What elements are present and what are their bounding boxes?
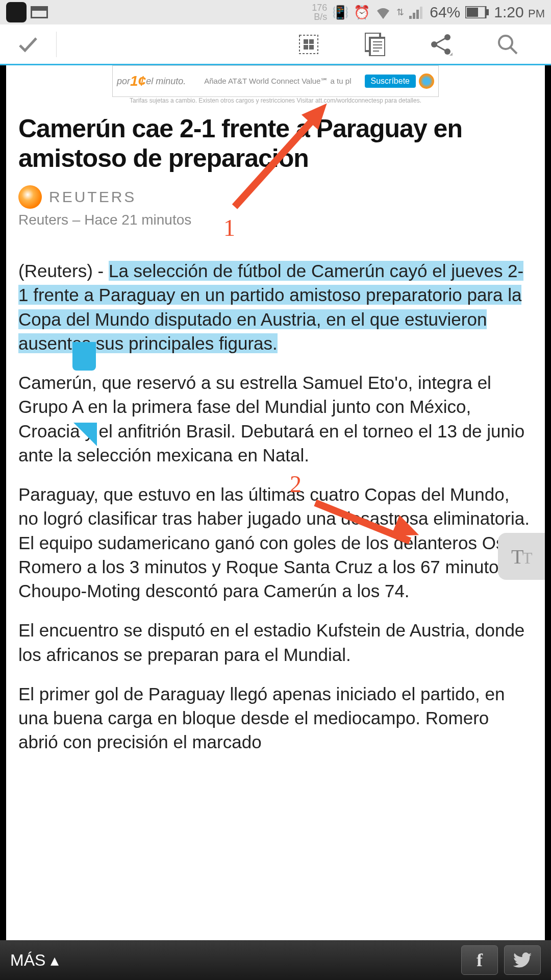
paragraph: El encuentro se disputó en el estadio Ku…	[18, 618, 533, 667]
svg-rect-5	[467, 8, 478, 17]
select-all-button[interactable]	[293, 29, 324, 60]
content-frame: por 1¢ el minuto. Añade AT&T World Conne…	[0, 65, 551, 940]
svg-rect-7	[299, 35, 318, 54]
updown-icon: ⇅	[396, 7, 404, 18]
reuters-logo-icon	[18, 185, 42, 209]
article-page[interactable]: por 1¢ el minuto. Añade AT&T World Conne…	[6, 65, 545, 940]
svg-rect-6	[486, 9, 489, 15]
battery-icon	[465, 6, 489, 18]
twitter-button[interactable]	[504, 945, 541, 975]
ad-disclaimer: Tarifas sujetas a cambio. Existen otros …	[6, 97, 545, 104]
selection-handle-start[interactable]	[72, 347, 96, 371]
svg-rect-11	[309, 45, 314, 50]
signal-icon	[409, 6, 424, 19]
paragraph: Paraguay, que estuvo en las últimas cuat…	[18, 482, 533, 603]
copy-button[interactable]	[360, 29, 390, 60]
share-button[interactable]	[426, 29, 457, 60]
svg-text:T: T	[522, 549, 533, 567]
annotation-label-2: 2	[290, 471, 302, 498]
ad-cta-button[interactable]: Suscríbete	[365, 75, 416, 88]
more-button[interactable]: MÁS ▴	[10, 950, 59, 970]
clock-time: 1:20 PM	[494, 4, 545, 21]
annotation-label-1: 1	[223, 214, 235, 241]
status-bar: 176 B/s 📳 ⏰ ⇅ 64% 1:20 PM	[0, 0, 551, 24]
svg-text:T: T	[511, 545, 523, 568]
svg-rect-13	[370, 38, 385, 56]
svg-rect-1	[413, 13, 415, 19]
svg-line-22	[436, 45, 445, 51]
svg-point-23	[499, 36, 512, 49]
paragraph: (Reuters) - La selección de fútbol de Ca…	[18, 259, 533, 355]
ad-banner[interactable]: por 1¢ el minuto. Añade AT&T World Conne…	[112, 65, 439, 97]
article-body[interactable]: (Reuters) - La selección de fútbol de Ca…	[18, 259, 533, 754]
byline: Reuters – Hace 21 minutos	[18, 212, 533, 228]
battery-percent: 64%	[430, 4, 460, 21]
svg-point-20	[444, 48, 450, 55]
search-button[interactable]	[492, 29, 523, 60]
divider	[56, 32, 57, 57]
svg-point-18	[444, 34, 450, 40]
done-button[interactable]	[15, 32, 41, 57]
source-row: REUTERS	[18, 185, 533, 209]
paragraph: Camerún, que reservó a su estrella Samue…	[18, 371, 533, 467]
text-tool-button[interactable]: TT	[498, 533, 545, 580]
network-speed: 176 B/s	[312, 3, 327, 21]
paragraph: El primer gol de Paraguay llegó apenas i…	[18, 682, 533, 754]
vibrate-icon: 📳	[332, 5, 348, 20]
svg-rect-9	[309, 39, 314, 44]
facebook-button[interactable]: f	[461, 945, 498, 975]
svg-rect-10	[304, 45, 308, 50]
svg-line-24	[511, 47, 517, 54]
att-logo-icon	[419, 74, 434, 89]
svg-rect-2	[416, 10, 419, 19]
wifi-icon	[375, 6, 391, 19]
bottom-bar: MÁS ▴ f	[0, 940, 551, 980]
app-indicator-icon	[6, 2, 27, 22]
window-icon	[31, 6, 48, 18]
svg-rect-0	[409, 16, 412, 19]
source-name: REUTERS	[49, 188, 136, 206]
svg-rect-8	[304, 39, 308, 44]
selection-toolbar	[0, 24, 551, 65]
alarm-icon: ⏰	[354, 5, 370, 20]
up-triangle-icon: ▴	[51, 950, 59, 970]
svg-line-21	[436, 38, 445, 43]
svg-rect-3	[420, 7, 422, 19]
svg-point-19	[431, 41, 437, 47]
